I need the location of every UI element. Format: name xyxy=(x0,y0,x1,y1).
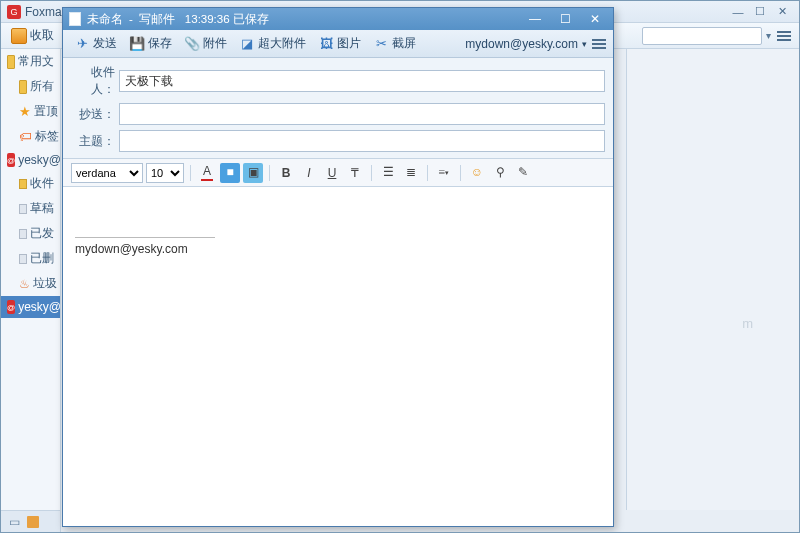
compose-window: 未命名 - 写邮件 13:39:36 已保存 — ☐ ✕ ✈发送 💾保存 📎附件… xyxy=(62,7,614,527)
options-menu-icon[interactable] xyxy=(591,37,607,51)
big-attach-icon: ◪ xyxy=(239,36,255,52)
unordered-list-button[interactable]: ≣ xyxy=(401,163,421,183)
subject-input[interactable] xyxy=(119,130,605,152)
sidebar: 常用文 所有 ★置顶 🏷标签 @yesky@ 收件 草稿 已发 已删 ♨垃圾 @… xyxy=(1,49,61,510)
format-painter-button[interactable]: ✎ xyxy=(513,163,533,183)
from-dropdown-icon[interactable]: ▾ xyxy=(582,39,587,49)
symbol-button[interactable]: ⚲ xyxy=(490,163,510,183)
drafts-icon xyxy=(19,204,27,214)
emoji-button[interactable]: ☺ xyxy=(467,163,487,183)
app-maximize-button[interactable]: ☐ xyxy=(749,4,771,20)
save-icon: 💾 xyxy=(129,36,145,52)
subject-label[interactable]: 主题： xyxy=(71,133,115,150)
compose-titlebar[interactable]: 未命名 - 写邮件 13:39:36 已保存 — ☐ ✕ xyxy=(63,8,613,30)
compose-fields: 收件人： 抄送： 主题： xyxy=(63,58,613,159)
app-minimize-button[interactable]: — xyxy=(727,4,749,20)
strikethrough-button[interactable]: ₸ xyxy=(345,163,365,183)
image-icon: 🖼 xyxy=(318,36,334,52)
folder-icon xyxy=(19,80,27,94)
scissors-icon: ✂ xyxy=(373,36,389,52)
sidebar-junk[interactable]: ♨垃圾 xyxy=(1,271,60,296)
sidebar-drafts[interactable]: 草稿 xyxy=(1,196,60,221)
sidebar-pinned[interactable]: ★置顶 xyxy=(1,99,60,124)
receive-label: 收取 xyxy=(30,27,54,44)
inbox-icon xyxy=(11,28,27,44)
background-button[interactable]: ▣ xyxy=(243,163,263,183)
sidebar-deleted[interactable]: 已删 xyxy=(1,246,60,271)
app-close-button[interactable]: ✕ xyxy=(771,4,793,20)
statusbar: ▭ xyxy=(1,510,61,532)
font-size-select[interactable]: 10 xyxy=(146,163,184,183)
send-button[interactable]: ✈发送 xyxy=(69,33,122,54)
font-family-select[interactable]: verdana xyxy=(71,163,143,183)
font-color-button[interactable]: A xyxy=(197,163,217,183)
junk-icon: ♨ xyxy=(19,277,30,291)
compose-minimize-button[interactable]: — xyxy=(523,11,547,27)
to-label[interactable]: 收件人： xyxy=(71,64,115,98)
compose-body[interactable]: mydown@yesky.com xyxy=(63,187,613,526)
bold-button[interactable]: B xyxy=(276,163,296,183)
signature-divider xyxy=(75,237,215,238)
italic-button[interactable]: I xyxy=(299,163,319,183)
account-icon: @ xyxy=(7,153,15,167)
image-button[interactable]: 🖼图片 xyxy=(313,33,366,54)
cc-input[interactable] xyxy=(119,103,605,125)
compose-title-time: 13:39:36 已保存 xyxy=(185,12,269,27)
document-icon xyxy=(69,12,81,26)
sent-icon xyxy=(19,229,27,239)
underline-button[interactable]: U xyxy=(322,163,342,183)
sidebar-sent[interactable]: 已发 xyxy=(1,221,60,246)
cc-label[interactable]: 抄送： xyxy=(71,106,115,123)
attach-button[interactable]: 📎附件 xyxy=(179,33,232,54)
send-icon: ✈ xyxy=(74,36,90,52)
sidebar-all[interactable]: 所有 xyxy=(1,74,60,99)
deleted-icon xyxy=(19,254,27,264)
app-title: Foxmail xyxy=(25,5,67,19)
sidebar-inbox[interactable]: 收件 xyxy=(1,171,60,196)
contacts-icon[interactable] xyxy=(27,516,39,528)
search-input[interactable] xyxy=(642,27,762,45)
account-icon: @ xyxy=(7,300,15,314)
screenshot-button[interactable]: ✂截屏 xyxy=(368,33,421,54)
bigattach-button[interactable]: ◪超大附件 xyxy=(234,33,311,54)
preview-pane xyxy=(626,49,799,510)
from-account[interactable]: mydown@yesky.com xyxy=(465,37,578,51)
calendar-icon[interactable]: ▭ xyxy=(7,515,21,529)
sidebar-common-folder[interactable]: 常用文 xyxy=(1,49,60,74)
app-logo-icon: G xyxy=(7,5,21,19)
inbox-icon xyxy=(19,179,27,189)
to-input[interactable] xyxy=(119,70,605,92)
compose-toolbar: ✈发送 💾保存 📎附件 ◪超大附件 🖼图片 ✂截屏 mydown@yesky.c… xyxy=(63,30,613,58)
compose-close-button[interactable]: ✕ xyxy=(583,11,607,27)
star-icon: ★ xyxy=(19,105,31,119)
sidebar-account-1[interactable]: @yesky@ xyxy=(1,149,60,171)
watermark: m xyxy=(742,316,754,331)
save-button[interactable]: 💾保存 xyxy=(124,33,177,54)
receive-button[interactable]: 收取 xyxy=(7,25,58,46)
compose-maximize-button[interactable]: ☐ xyxy=(553,11,577,27)
tag-icon: 🏷 xyxy=(19,130,32,144)
align-button[interactable]: ≡▾ xyxy=(434,163,454,183)
ordered-list-button[interactable]: ☰ xyxy=(378,163,398,183)
folder-icon xyxy=(7,55,15,69)
paperclip-icon: 📎 xyxy=(184,36,200,52)
sidebar-tags[interactable]: 🏷标签 xyxy=(1,124,60,149)
search-dropdown-icon[interactable]: ▾ xyxy=(766,30,771,41)
signature-text: mydown@yesky.com xyxy=(75,242,601,256)
compose-title-name: 未命名 xyxy=(87,12,123,27)
format-toolbar: verdana 10 A ■ ▣ B I U ₸ ☰ ≣ ≡▾ ☺ ⚲ ✎ xyxy=(63,159,613,187)
compose-title-kind: 写邮件 xyxy=(139,12,175,27)
view-list-icon[interactable] xyxy=(775,28,793,44)
highlight-button[interactable]: ■ xyxy=(220,163,240,183)
sidebar-account-2[interactable]: @yesky@ xyxy=(1,296,60,318)
